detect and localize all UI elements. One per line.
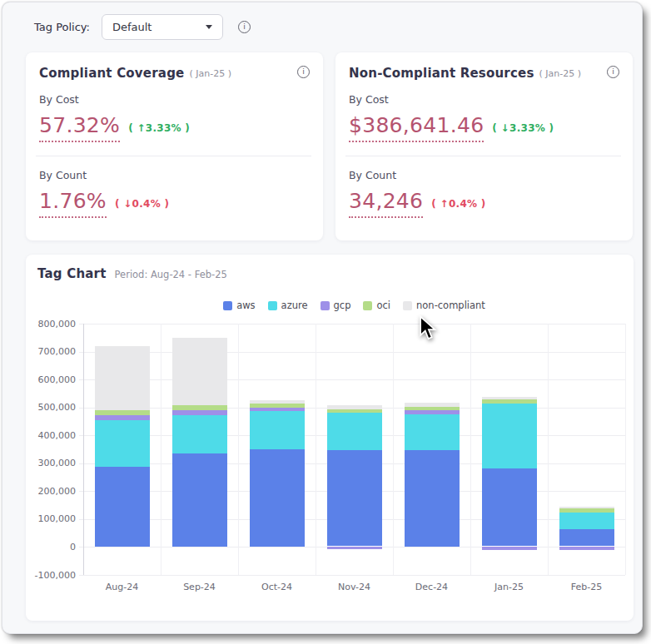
metric-row: 34,246 ( ↑0.4% ) [349,189,619,218]
gridline [161,324,162,575]
chart-bar-segment[interactable] [405,410,460,414]
gridline [470,324,471,575]
chart-bar-segment[interactable] [482,404,537,468]
chart-bar-segment[interactable] [559,508,614,513]
chart-bar-segment[interactable] [482,399,537,404]
chart-bar-segment[interactable] [405,450,460,547]
chart-bar-segment[interactable] [327,405,382,409]
x-axis-label: Jan-25 [470,582,548,592]
x-axis-label: Sep-24 [161,582,238,592]
y-axis-label: 0 [26,542,76,552]
chart-bar-segment[interactable] [327,413,382,450]
chart-bar-segment[interactable] [482,547,537,550]
chart-bar-segment[interactable] [559,507,614,508]
card-title: Compliant Coverage [39,66,184,81]
gridline [625,324,626,575]
tag-policy-toolbar: Tag Policy: Default i [34,14,251,40]
metric-row: 57.32% ( ↑3.33% ) [39,113,310,142]
y-axis-label: 800,000 [26,319,76,329]
metric-label-by-count: By Count [349,169,619,181]
y-axis-label: 100,000 [26,513,76,524]
chart-bar-segment[interactable] [172,453,227,547]
metric-row: 1.76% ( ↓0.4% ) [39,189,310,218]
chart-bar-segment[interactable] [172,415,227,453]
info-icon[interactable]: i [297,66,310,78]
compliant-coverage-card: Compliant Coverage ( Jan-25 ) i By Cost … [26,52,323,240]
y-axis-label: 700,000 [26,346,76,357]
chart-bar-segment[interactable] [250,449,305,547]
y-axis-label: 500,000 [26,402,76,413]
chart-bar-segment[interactable] [482,397,537,399]
metric-change: ( ↓0.4% ) [115,198,169,210]
card-header: Compliant Coverage ( Jan-25 ) i [39,66,310,81]
chart-bar-segment[interactable] [405,403,460,407]
chart-bar-segment[interactable] [172,338,227,405]
x-axis-label: Aug-24 [83,582,161,592]
metric-value-by-count[interactable]: 34,246 [349,189,423,218]
metric-label-by-cost: By Cost [39,93,310,106]
metric-change: ( ↑0.4% ) [431,198,485,210]
dashboard-panel: Tag Policy: Default i Compliant Coverage… [2,2,643,634]
chart-bar-segment[interactable] [405,414,460,450]
card-header: Non-Compliant Resources ( Jan-25 ) i [349,66,619,81]
chart-bar-segment[interactable] [172,405,227,410]
divider [36,156,311,156]
chart-bar-segment[interactable] [95,420,150,466]
chart-bar-segment[interactable] [95,415,150,421]
gridline [548,324,549,575]
gridline [79,575,625,576]
metric-label-by-count: By Count [39,169,310,181]
chart-bar-segment[interactable] [95,346,150,410]
stacked-bar-chart: 800,000700,000600,000500,000400,000300,0… [26,255,634,621]
chart-bar-segment[interactable] [559,547,614,549]
x-axis-label: Oct-24 [238,582,316,592]
chart-bar-segment[interactable] [250,411,305,449]
chart-bar-segment[interactable] [250,404,305,408]
y-axis-label: 600,000 [26,374,76,385]
y-axis-label: -100,000 [26,570,76,581]
card-period: ( Jan-25 ) [539,68,582,79]
metric-value-by-count[interactable]: 1.76% [39,189,107,218]
metric-label-by-cost: By Cost [349,93,619,106]
kpi-cards-row: Compliant Coverage ( Jan-25 ) i By Cost … [26,52,634,240]
y-axis-label: 200,000 [26,486,76,497]
tag-policy-dropdown-value: Default [112,21,206,33]
metric-value-by-cost[interactable]: $386,641.46 [349,113,484,142]
chart-bar-segment[interactable] [172,410,227,415]
y-axis-label: 300,000 [26,458,76,468]
chart-bar-segment[interactable] [405,407,460,410]
y-axis-line [83,324,84,575]
non-compliant-resources-card: Non-Compliant Resources ( Jan-25 ) i By … [335,52,633,240]
chevron-down-icon [206,25,212,29]
metric-row: $386,641.46 ( ↓3.33% ) [349,113,619,142]
chart-bar-segment[interactable] [250,400,305,403]
chart-bar-segment[interactable] [327,409,382,413]
x-axis-label: Feb-25 [548,582,625,592]
card-period: ( Jan-25 ) [189,68,231,79]
gridline [393,324,394,575]
x-axis-label: Nov-24 [316,582,393,592]
info-icon[interactable]: i [607,66,619,78]
chart-bar-segment[interactable] [95,467,150,547]
x-axis-label: Dec-24 [393,582,470,592]
y-axis-label: 400,000 [26,430,76,441]
tag-policy-dropdown[interactable]: Default [102,14,223,40]
gridline [316,324,316,575]
card-title: Non-Compliant Resources [349,66,534,81]
metric-change: ( ↓3.33% ) [492,122,554,134]
chart-bar-segment[interactable] [482,468,537,547]
tag-policy-label: Tag Policy: [34,21,90,33]
info-icon[interactable]: i [238,21,251,33]
gridline [238,324,239,575]
chart-bar-segment[interactable] [559,529,614,547]
divider [345,156,621,156]
metric-change: ( ↑3.33% ) [128,122,190,134]
chart-bar-segment[interactable] [559,513,614,529]
chart-bar-segment[interactable] [250,408,305,411]
chart-bar-segment[interactable] [95,410,150,415]
metric-value-by-cost[interactable]: 57.32% [39,113,120,142]
chart-bar-segment[interactable] [327,547,382,549]
chart-bar-segment[interactable] [327,450,382,547]
tag-chart-card: Tag Chart Period: Aug-24 - Feb-25 awsazu… [26,255,634,621]
